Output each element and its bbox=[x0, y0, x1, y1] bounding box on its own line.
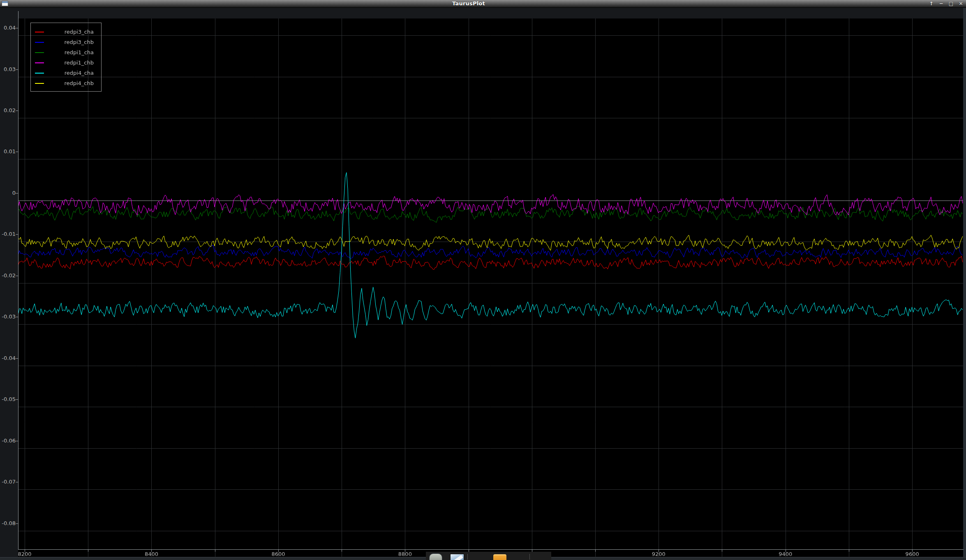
shade-button[interactable]: ↑ bbox=[928, 0, 934, 7]
y-tick-mark bbox=[16, 152, 18, 152]
x-tick-label: 8200 bbox=[13, 551, 36, 557]
y-tick-mark bbox=[16, 69, 18, 70]
x-tick-label: 8800 bbox=[393, 551, 416, 557]
y-tick-label: -0.07 bbox=[0, 479, 16, 485]
maximize-button[interactable]: □ bbox=[948, 0, 954, 7]
plot-canvas-area[interactable] bbox=[18, 18, 963, 557]
y-tick-label: 0.04 bbox=[0, 25, 16, 31]
window-border-right bbox=[963, 7, 966, 560]
y-tick-mark bbox=[16, 276, 18, 276]
dock-separator bbox=[529, 554, 530, 560]
legend-label: redpi1_cha bbox=[44, 49, 101, 55]
legend-line-sample bbox=[35, 42, 44, 43]
window-titlebar[interactable]: TaurusPlot ↑−□✕ bbox=[0, 0, 966, 8]
legend-entry[interactable]: redpi4_cha bbox=[31, 68, 101, 78]
y-tick-label: -0.03 bbox=[0, 313, 16, 320]
y-tick-label: -0.05 bbox=[0, 396, 16, 402]
y-tick-label: -0.04 bbox=[0, 355, 16, 361]
y-tick-mark bbox=[16, 317, 18, 317]
y-tick-label: 0.03 bbox=[0, 66, 16, 72]
x-tick-mark bbox=[786, 549, 786, 552]
y-tick-mark bbox=[16, 193, 18, 194]
y-tick-label: 0 bbox=[0, 190, 16, 196]
y-tick-label: -0.06 bbox=[0, 438, 16, 444]
x-tick-label: 9400 bbox=[774, 551, 797, 557]
x-tick-mark bbox=[595, 549, 596, 552]
dock-separator bbox=[467, 554, 468, 560]
x-tick-mark bbox=[342, 549, 342, 552]
minimize-button[interactable]: − bbox=[938, 0, 944, 7]
x-tick-mark bbox=[88, 549, 88, 552]
legend-entry[interactable]: redpi3_chb bbox=[31, 37, 101, 47]
legend-line-sample bbox=[35, 62, 44, 63]
legend-line-sample bbox=[35, 83, 44, 84]
x-tick-label: 9200 bbox=[647, 551, 670, 557]
y-tick-label: -0.01 bbox=[0, 231, 16, 237]
legend-line-sample bbox=[35, 73, 44, 74]
legend-label: redpi4_chb bbox=[44, 80, 101, 86]
x-tick-mark bbox=[215, 549, 215, 552]
y-tick-mark bbox=[16, 399, 18, 400]
x-tick-mark bbox=[278, 549, 279, 552]
legend-label: redpi4_cha bbox=[44, 70, 101, 76]
legend-label: redpi1_chb bbox=[44, 60, 101, 66]
taskbar-dock[interactable] bbox=[426, 552, 551, 560]
y-tick-mark bbox=[16, 441, 18, 441]
plot-widget bbox=[0, 7, 963, 560]
legend-label: redpi3_chb bbox=[44, 39, 101, 45]
close-button[interactable]: ✕ bbox=[958, 0, 964, 7]
x-tick-label: 8600 bbox=[267, 551, 290, 557]
x-tick-mark bbox=[849, 549, 849, 552]
x-tick-mark bbox=[912, 549, 913, 552]
y-tick-label: 0.01 bbox=[0, 148, 16, 154]
x-tick-label: 9600 bbox=[901, 551, 924, 557]
y-tick-mark bbox=[16, 234, 18, 235]
x-tick-mark bbox=[151, 549, 152, 552]
legend-line-sample bbox=[35, 52, 44, 53]
legend-label: redpi3_cha bbox=[44, 29, 101, 35]
x-axis-line bbox=[18, 549, 964, 550]
x-tick-mark bbox=[405, 549, 405, 552]
x-tick-mark bbox=[722, 549, 722, 552]
plot-legend[interactable]: redpi3_charedpi3_chbredpi1_charedpi1_chb… bbox=[30, 23, 102, 92]
legend-entry[interactable]: redpi1_cha bbox=[31, 47, 101, 58]
plot-canvas[interactable] bbox=[18, 18, 963, 557]
window-controls: ↑−□✕ bbox=[928, 0, 964, 7]
y-tick-label: -0.08 bbox=[0, 520, 16, 526]
y-tick-mark bbox=[16, 358, 18, 359]
package-manager-icon[interactable] bbox=[493, 554, 506, 560]
legend-entry[interactable]: redpi3_cha bbox=[31, 27, 101, 37]
legend-line-sample bbox=[35, 32, 44, 32]
x-tick-mark bbox=[659, 549, 659, 552]
x-tick-mark bbox=[25, 549, 25, 552]
y-tick-label: -0.02 bbox=[0, 272, 16, 279]
y-tick-mark bbox=[16, 28, 18, 28]
legend-entry[interactable]: redpi4_chb bbox=[31, 78, 101, 88]
window-title: TaurusPlot bbox=[423, 0, 514, 7]
window-menu-icon[interactable] bbox=[2, 1, 8, 6]
y-tick-mark bbox=[16, 111, 18, 111]
y-tick-mark bbox=[16, 523, 18, 524]
screen-capture-icon[interactable] bbox=[429, 553, 442, 560]
y-axis-line bbox=[18, 11, 18, 550]
x-tick-label: 8400 bbox=[140, 551, 163, 557]
paint-app-icon[interactable] bbox=[450, 553, 465, 560]
y-tick-label: 0.02 bbox=[0, 107, 16, 113]
desktop: { "window": { "title": "TaurusPlot", "co… bbox=[0, 0, 966, 560]
legend-entry[interactable]: redpi1_chb bbox=[31, 58, 101, 68]
y-tick-mark bbox=[16, 482, 18, 482]
